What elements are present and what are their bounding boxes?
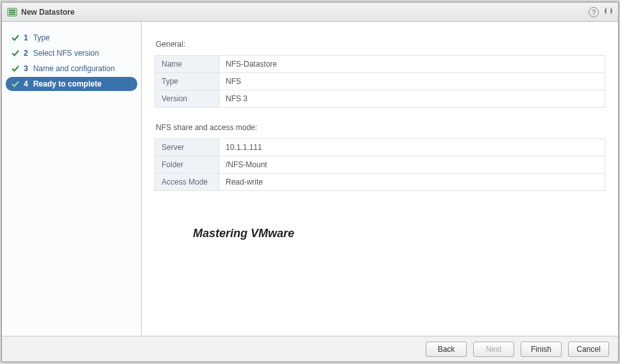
step-ready-to-complete[interactable]: 4 Ready to complete <box>6 77 137 91</box>
datastore-icon <box>7 7 17 17</box>
step-number: 2 <box>24 49 28 58</box>
section-general-title: General: <box>156 40 605 49</box>
general-table: Name NFS-Datastore Type NFS Version NFS … <box>155 55 605 108</box>
step-type[interactable]: 1 Type <box>6 31 137 45</box>
row-value: /NFS-Mount <box>219 156 605 174</box>
row-value: NFS 3 <box>219 90 605 108</box>
titlebar: New Datastore ? <box>2 3 618 22</box>
row-key: Type <box>155 73 219 90</box>
row-value: NFS-Datastore <box>219 56 605 73</box>
cancel-button[interactable]: Cancel <box>568 342 609 357</box>
table-row: Server 10.1.1.111 <box>155 139 605 156</box>
share-table: Server 10.1.1.111 Folder /NFS-Mount Acce… <box>155 138 605 191</box>
table-row: Folder /NFS-Mount <box>155 156 605 174</box>
svg-rect-1 <box>9 10 15 11</box>
section-share-title: NFS share and access mode: <box>156 123 605 132</box>
svg-rect-2 <box>9 12 15 13</box>
footer: Back Next Finish Cancel <box>2 336 618 361</box>
window-title: New Datastore <box>21 8 585 17</box>
watermark-text: Mastering VMware <box>193 227 605 240</box>
row-key: Server <box>155 139 219 156</box>
row-key: Folder <box>155 156 219 174</box>
check-icon <box>11 49 20 58</box>
step-label: Select NFS version <box>33 49 99 58</box>
step-name-and-configuration[interactable]: 3 Name and configuration <box>6 62 137 76</box>
row-value: NFS <box>219 73 605 90</box>
row-value: Read-write <box>219 174 605 191</box>
expand-icon[interactable] <box>604 6 613 17</box>
step-number: 1 <box>24 33 28 42</box>
step-select-nfs-version[interactable]: 2 Select NFS version <box>6 46 137 60</box>
step-label: Type <box>33 33 50 42</box>
step-label: Ready to complete <box>33 79 102 88</box>
step-number: 4 <box>24 79 28 88</box>
row-value: 10.1.1.111 <box>219 139 605 156</box>
check-icon <box>11 33 20 42</box>
table-row: Version NFS 3 <box>155 90 605 108</box>
step-number: 3 <box>24 64 28 73</box>
check-icon <box>11 64 20 73</box>
content-pane: General: Name NFS-Datastore Type NFS Ver… <box>142 22 618 336</box>
table-row: Access Mode Read-write <box>155 174 605 191</box>
wizard-body: 1 Type 2 Select NFS version 3 Name and c… <box>2 22 618 336</box>
row-key: Access Mode <box>155 174 219 191</box>
table-row: Name NFS-Datastore <box>155 56 605 73</box>
help-icon[interactable]: ? <box>589 7 599 17</box>
step-label: Name and configuration <box>33 64 115 73</box>
steps-sidebar: 1 Type 2 Select NFS version 3 Name and c… <box>2 22 142 336</box>
svg-rect-3 <box>9 13 15 15</box>
row-key: Name <box>155 56 219 73</box>
back-button[interactable]: Back <box>426 342 467 357</box>
table-row: Type NFS <box>155 73 605 90</box>
wizard-window: New Datastore ? 1 Type <box>1 2 619 362</box>
row-key: Version <box>155 90 219 108</box>
next-button: Next <box>473 342 514 357</box>
finish-button[interactable]: Finish <box>521 342 562 357</box>
check-icon <box>11 79 20 88</box>
